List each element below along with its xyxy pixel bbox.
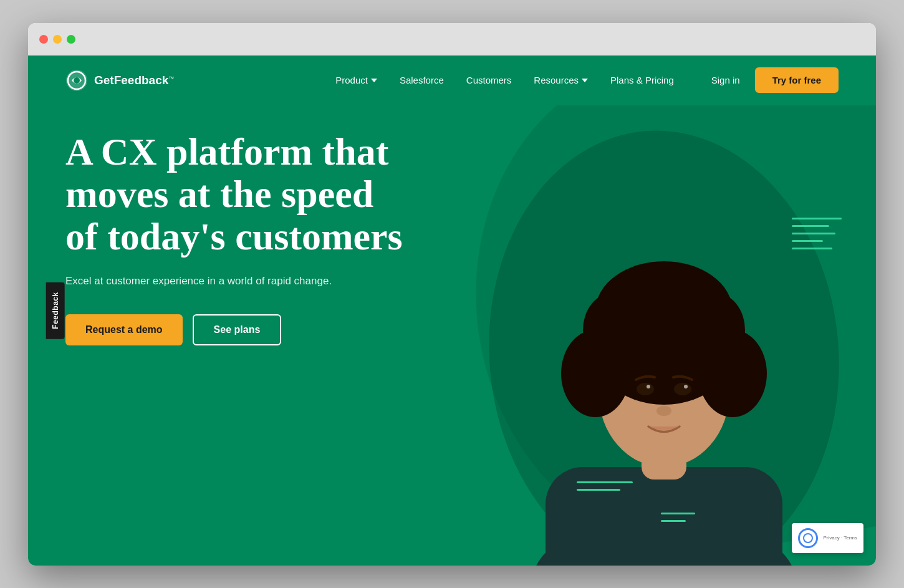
hero-text-block: A CX platform that moves at the speed of… <box>65 130 415 346</box>
nav-label-resources: Resources <box>534 75 579 85</box>
svg-point-22 <box>673 289 704 321</box>
hero-subtitle: Excel at customer experience in a world … <box>65 272 415 289</box>
hero-buttons: Request a demo See plans <box>65 314 415 345</box>
hero-section: A CX platform that moves at the speed of… <box>28 105 876 566</box>
hero-headline: A CX platform that moves at the speed of… <box>65 130 415 258</box>
deco-line-mid-2 <box>577 489 620 491</box>
nav-item-resources[interactable]: Resources <box>534 75 588 85</box>
deco-line-4 <box>792 240 823 242</box>
request-demo-button[interactable]: Request a demo <box>65 314 183 345</box>
traffic-light-minimize[interactable] <box>53 35 62 44</box>
deco-line-1 <box>792 218 842 219</box>
svg-point-24 <box>674 383 691 395</box>
sign-in-link[interactable]: Sign in <box>711 75 740 85</box>
svg-point-19 <box>703 331 738 366</box>
nav-item-product[interactable]: Product <box>335 75 377 85</box>
nav-label-product: Product <box>335 75 368 85</box>
recaptcha-text: Privacy · Terms <box>823 534 857 541</box>
recaptcha-icon <box>798 528 818 548</box>
feedback-tab[interactable]: Feedback <box>46 282 65 339</box>
deco-line-2 <box>792 225 829 227</box>
deco-line-bottom-2 <box>661 520 686 522</box>
deco-lines-mid <box>577 481 633 491</box>
svg-point-27 <box>656 406 671 416</box>
svg-point-23 <box>637 383 654 395</box>
navbar: GetFeedback™ Product Salesforce <box>28 55 876 105</box>
recaptcha-badge: Privacy · Terms <box>792 523 863 553</box>
nav-item-customers[interactable]: Customers <box>466 75 512 85</box>
svg-point-21 <box>623 289 655 321</box>
browser-window: GetFeedback™ Product Salesforce <box>28 23 876 566</box>
traffic-light-maximize[interactable] <box>67 35 75 44</box>
nav-label-pricing: Plans & Pricing <box>610 75 674 85</box>
page-content: GetFeedback™ Product Salesforce <box>28 55 876 566</box>
resources-chevron-icon <box>582 79 588 82</box>
deco-line-bottom-1 <box>661 513 695 514</box>
nav-item-pricing[interactable]: Plans & Pricing <box>610 75 674 85</box>
logo-link[interactable]: GetFeedback™ <box>65 69 174 92</box>
see-plans-button[interactable]: See plans <box>193 314 282 345</box>
nav-right: Sign in Try for free <box>711 67 839 93</box>
browser-chrome <box>28 23 876 55</box>
svg-point-2 <box>74 77 80 84</box>
product-chevron-icon <box>371 79 377 82</box>
nav-label-salesforce: Salesforce <box>400 75 444 85</box>
logo-text: GetFeedback™ <box>94 74 174 87</box>
deco-lines-bottom <box>661 513 695 522</box>
person-svg <box>471 105 857 566</box>
nav-links: Product Salesforce Customers Re <box>335 75 674 85</box>
nav-label-customers: Customers <box>466 75 512 85</box>
svg-point-25 <box>647 385 650 388</box>
deco-line-mid-1 <box>577 481 633 483</box>
logo-icon <box>65 69 88 92</box>
svg-point-16 <box>590 331 625 366</box>
try-free-button[interactable]: Try for free <box>755 67 839 93</box>
nav-item-salesforce[interactable]: Salesforce <box>400 75 444 85</box>
svg-point-26 <box>684 385 688 388</box>
hero-illustration <box>471 105 857 566</box>
deco-lines-right <box>792 218 842 249</box>
deco-line-5 <box>792 248 832 249</box>
deco-line-3 <box>792 233 835 234</box>
traffic-light-close[interactable] <box>39 35 48 44</box>
